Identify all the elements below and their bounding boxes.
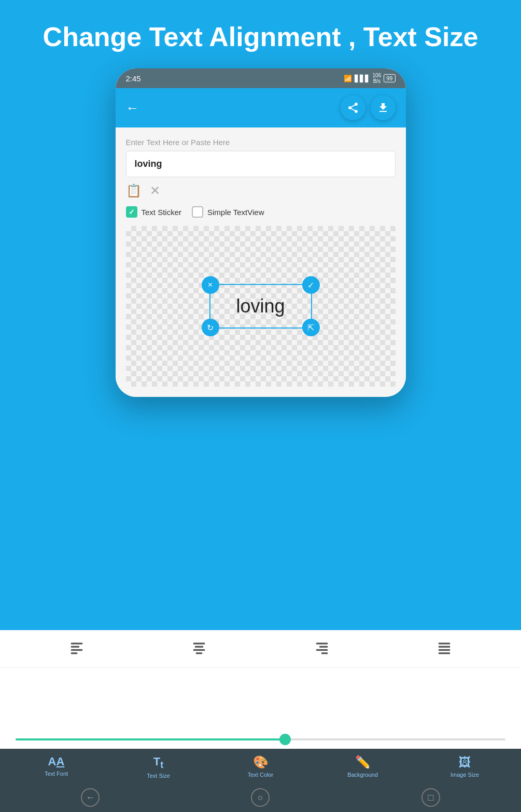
tab-bar: AA Text Font Tt Text Size 🎨 Text Color ✏… bbox=[0, 749, 521, 783]
wifi-icon: 📶 bbox=[344, 75, 352, 82]
tab-image-size-label: Image Size bbox=[450, 772, 479, 778]
status-time: 2:45 bbox=[126, 74, 141, 83]
background-icon: ✏️ bbox=[355, 755, 371, 770]
phone-wrapper: 2:45 📶 ▋▋▋ 106B/s 99 ← bbox=[0, 68, 521, 397]
handle-bottom-right[interactable]: ⇱ bbox=[302, 319, 320, 336]
svg-rect-1 bbox=[71, 646, 79, 647]
align-left-button[interactable] bbox=[69, 639, 85, 658]
phone-content: Enter Text Here or Paste Here loving 📋 ✕… bbox=[116, 127, 406, 397]
svg-rect-9 bbox=[319, 646, 328, 647]
svg-rect-15 bbox=[439, 652, 450, 654]
tab-background[interactable]: ✏️ Background bbox=[312, 755, 414, 779]
svg-rect-0 bbox=[71, 643, 83, 644]
image-size-icon: 🖼 bbox=[459, 755, 471, 770]
checkbox-row: ✓ Text Sticker Simple TextView bbox=[126, 206, 396, 218]
slider-thumb[interactable] bbox=[279, 734, 291, 745]
status-bar: 2:45 📶 ▋▋▋ 106B/s 99 bbox=[116, 68, 406, 88]
align-center-button[interactable] bbox=[191, 639, 207, 658]
text-sticker[interactable]: loving × ✓ ↻ ⇱ bbox=[209, 284, 312, 329]
speed-label: 106B/s bbox=[373, 73, 382, 84]
tab-text-color[interactable]: 🎨 Text Color bbox=[209, 755, 312, 779]
download-icon bbox=[377, 102, 389, 114]
text-sticker-checkbox[interactable]: ✓ Text Sticker bbox=[126, 206, 182, 218]
signal-icon: ▋▋▋ bbox=[355, 75, 370, 82]
app-header: ← bbox=[116, 88, 406, 127]
simple-textview-checkbox[interactable]: Simple TextView bbox=[192, 206, 264, 218]
checkbox-unchecked-icon bbox=[192, 206, 203, 218]
spacer-area bbox=[0, 668, 521, 730]
back-button[interactable]: ← bbox=[126, 100, 139, 116]
tab-text-color-label: Text Color bbox=[248, 772, 274, 778]
handle-top-left[interactable]: × bbox=[201, 276, 219, 294]
slider-area bbox=[0, 730, 521, 749]
tab-text-font[interactable]: AA Text Font bbox=[5, 755, 107, 779]
page-title: Change Text Alignment , Text Size bbox=[0, 0, 521, 68]
status-icons: 📶 ▋▋▋ 106B/s 99 bbox=[344, 73, 396, 84]
bottom-panel: AA Text Font Tt Text Size 🎨 Text Color ✏… bbox=[0, 630, 521, 812]
svg-rect-13 bbox=[439, 646, 450, 647]
share-icon bbox=[347, 102, 359, 114]
tab-text-size-label: Text Size bbox=[147, 773, 170, 779]
svg-rect-3 bbox=[71, 652, 78, 654]
tab-image-size[interactable]: 🖼 Image Size bbox=[414, 755, 516, 779]
share-button[interactable] bbox=[341, 95, 365, 120]
download-button[interactable] bbox=[371, 95, 396, 120]
svg-rect-6 bbox=[193, 649, 205, 650]
phone-frame: 2:45 📶 ▋▋▋ 106B/s 99 ← bbox=[116, 68, 406, 397]
tab-background-label: Background bbox=[347, 772, 378, 778]
tab-text-font-label: Text Font bbox=[45, 771, 68, 777]
svg-rect-8 bbox=[316, 643, 328, 644]
nav-home-button[interactable]: ○ bbox=[251, 788, 270, 807]
align-justify-button[interactable] bbox=[436, 639, 452, 658]
svg-rect-2 bbox=[71, 649, 83, 650]
svg-rect-4 bbox=[193, 643, 205, 644]
svg-rect-14 bbox=[439, 649, 450, 650]
text-size-icon: Tt bbox=[153, 755, 164, 771]
sticker-text: loving bbox=[236, 295, 285, 317]
canvas-area: loving × ✓ ↻ ⇱ bbox=[126, 226, 396, 387]
text-sticker-label: Text Sticker bbox=[142, 208, 182, 217]
svg-rect-12 bbox=[439, 643, 450, 644]
input-actions: 📋 ✕ bbox=[126, 183, 396, 198]
battery-icon: 99 bbox=[384, 74, 395, 82]
svg-rect-11 bbox=[321, 652, 328, 654]
clear-button[interactable]: ✕ bbox=[150, 183, 160, 198]
handle-bottom-left[interactable]: ↻ bbox=[201, 319, 219, 336]
header-actions bbox=[341, 95, 396, 120]
alignment-row bbox=[0, 630, 521, 668]
slider-fill bbox=[16, 738, 285, 740]
text-color-icon: 🎨 bbox=[253, 755, 269, 770]
sticker-box: loving × ✓ ↻ ⇱ bbox=[209, 284, 312, 329]
text-input[interactable]: loving bbox=[126, 151, 396, 177]
svg-rect-7 bbox=[196, 652, 203, 654]
slider-track[interactable] bbox=[16, 738, 505, 740]
paste-button[interactable]: 📋 bbox=[126, 183, 142, 198]
checkbox-checked-icon: ✓ bbox=[126, 206, 137, 218]
simple-textview-label: Simple TextView bbox=[207, 208, 264, 217]
input-label: Enter Text Here or Paste Here bbox=[126, 138, 396, 147]
text-font-icon: AA bbox=[48, 755, 65, 768]
svg-rect-5 bbox=[195, 646, 203, 647]
handle-top-right[interactable]: ✓ bbox=[302, 276, 320, 294]
nav-back-button[interactable]: ← bbox=[81, 788, 100, 807]
bottom-nav: ← ○ □ bbox=[0, 783, 521, 812]
nav-recent-button[interactable]: □ bbox=[421, 788, 440, 807]
svg-rect-10 bbox=[316, 649, 328, 650]
tab-text-size[interactable]: Tt Text Size bbox=[107, 755, 209, 779]
align-right-button[interactable] bbox=[314, 639, 330, 658]
